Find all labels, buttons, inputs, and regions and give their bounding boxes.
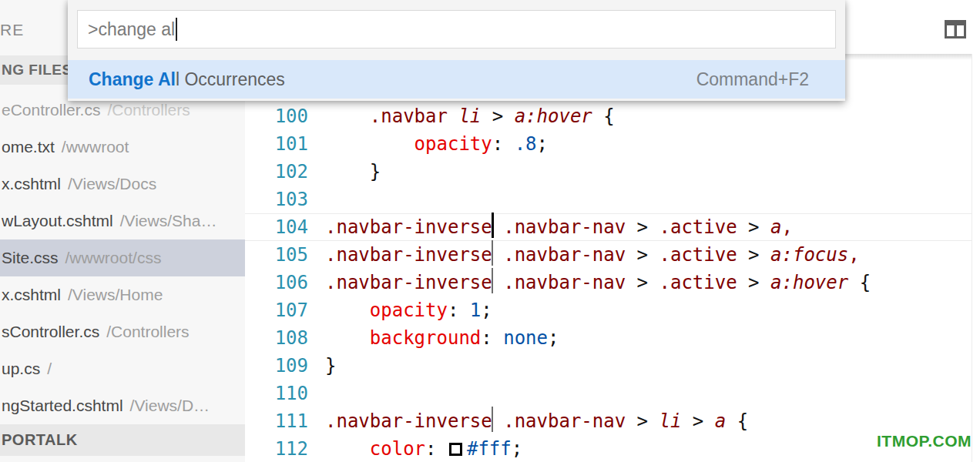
code-text[interactable]: opacity: 1; (325, 296, 972, 324)
code-token: color (370, 438, 425, 460)
file-name: eController.cs (2, 101, 100, 119)
file-item[interactable]: up.cs/ (0, 350, 245, 387)
command-input[interactable]: >change al (77, 10, 836, 49)
file-path: /Views/Docs (68, 175, 156, 193)
line-number[interactable]: 112 (245, 435, 308, 462)
code-token (325, 133, 414, 155)
code-token: > (626, 410, 659, 432)
code-token: .active (659, 216, 737, 238)
file-name: sController.cs (2, 323, 99, 341)
file-name: Site.css (2, 249, 59, 267)
code-text[interactable] (325, 186, 972, 213)
code-token: > (737, 272, 770, 293)
file-item[interactable]: Site.css/wwwroot/css (0, 239, 245, 276)
code-token (325, 438, 370, 460)
code-token: ; (512, 438, 522, 460)
file-name: x.cshtml (2, 175, 61, 193)
result-keybinding: Command+F2 (696, 69, 809, 90)
code-text[interactable]: .navbar-inverse .navbar-nav > li > a { (325, 407, 972, 435)
code-token: > (737, 216, 770, 238)
file-path: /wwwroot (62, 138, 129, 156)
code-token: > (737, 244, 770, 266)
file-path: /Views/Sha… (120, 212, 217, 230)
line-number[interactable]: 111 (245, 407, 308, 435)
code-text[interactable]: .navbar-inverse .navbar-nav > .active > … (325, 269, 972, 296)
result-highlight: Change Al (89, 69, 176, 90)
code-line: 100 .navbar li > a:hover { (245, 102, 972, 130)
partial-file-item[interactable]: orag (2, 456, 34, 462)
explorer-title: RE (0, 21, 24, 39)
code-text[interactable]: } (325, 352, 972, 380)
code-line: 102 } (245, 158, 972, 186)
file-item[interactable]: ome.txt/wwwroot (0, 129, 245, 166)
code-line: 103 (245, 186, 972, 213)
code-token: .navbar-inverse (325, 216, 492, 238)
code-token: #fff (467, 438, 512, 460)
line-number[interactable]: 101 (245, 130, 308, 158)
command-result-row[interactable]: Change All Occurrences Command+F2 (68, 60, 845, 99)
code-line: 107 opacity: 1; (245, 296, 972, 324)
line-number[interactable]: 109 (245, 352, 308, 380)
line-number[interactable]: 108 (245, 324, 308, 352)
line-number[interactable]: 106 (245, 269, 308, 296)
code-token: > (481, 105, 514, 127)
code-text[interactable] (325, 380, 972, 407)
file-item[interactable]: x.cshtml/Views/Home (0, 276, 245, 313)
code-line: 112 color: #fff; (245, 435, 972, 462)
file-item[interactable]: sController.cs/Controllers (0, 313, 245, 350)
code-token: .navbar-nav (503, 244, 626, 266)
file-path: /wwwroot/css (65, 249, 162, 267)
code-token: { (726, 410, 748, 432)
code-token (492, 244, 503, 266)
line-number[interactable]: 104 (245, 213, 308, 241)
code-text[interactable]: opacity: .8; (325, 130, 972, 158)
code-line: 104.navbar-inverse .navbar-nav > .active… (245, 213, 972, 241)
split-editor-icon[interactable] (945, 20, 966, 38)
code-token: } (325, 355, 336, 377)
code-token: .navbar-nav (503, 410, 626, 432)
code-area: 100 .navbar li > a:hover {101 opacity: .… (245, 102, 972, 462)
code-line: 111.navbar-inverse .navbar-nav > li > a … (245, 407, 972, 435)
file-item[interactable]: x.cshtml/Views/Docs (0, 166, 245, 203)
code-token: a:hover (770, 272, 848, 293)
line-number[interactable]: 103 (245, 186, 308, 213)
code-token: ; (481, 300, 492, 321)
file-name: up.cs (2, 360, 40, 378)
scrollbar[interactable] (972, 54, 980, 462)
color-swatch (449, 443, 462, 456)
code-token: .active (659, 272, 737, 293)
code-text[interactable]: background: none; (325, 324, 972, 352)
code-token: li (458, 105, 481, 127)
code-token: ; (548, 327, 559, 349)
code-token: a (770, 216, 781, 238)
code-text[interactable]: .navbar-inverse .navbar-nav > .active > … (325, 213, 972, 241)
code-token (492, 410, 503, 432)
code-text[interactable]: color: #fff; (325, 435, 972, 462)
code-token: li (659, 410, 682, 432)
code-token: .navbar (370, 105, 448, 127)
code-token: : (448, 300, 470, 321)
code-line: 105.navbar-inverse .navbar-nav > .active… (245, 241, 972, 269)
line-number[interactable]: 100 (245, 102, 308, 130)
file-item[interactable]: wLayout.cshtml/Views/Sha… (0, 203, 245, 239)
code-text[interactable]: .navbar-inverse .navbar-nav > .active > … (325, 241, 972, 269)
file-path: / (47, 360, 52, 378)
command-palette: >change al Change All Occurrences Comman… (68, 0, 845, 101)
code-token (492, 272, 503, 293)
file-item[interactable]: ngStarted.cshtml/Views/D… (0, 387, 245, 424)
code-token: > (626, 216, 659, 238)
file-path: /Controllers (106, 323, 189, 341)
line-number[interactable]: 110 (245, 380, 308, 407)
code-text[interactable]: } (325, 158, 972, 186)
file-name: wLayout.cshtml (2, 212, 113, 230)
code-token: .navbar-inverse (325, 272, 492, 293)
code-line: 101 opacity: .8; (245, 130, 972, 158)
code-token: ; (537, 133, 548, 155)
code-text[interactable]: .navbar li > a:hover { (325, 102, 972, 130)
line-number[interactable]: 105 (245, 241, 308, 269)
code-line: 108 background: none; (245, 324, 972, 352)
line-number[interactable]: 107 (245, 296, 308, 324)
code-token: a:hover (515, 105, 592, 127)
project-section-header[interactable]: PORTALK (0, 424, 245, 456)
line-number[interactable]: 102 (245, 158, 308, 186)
